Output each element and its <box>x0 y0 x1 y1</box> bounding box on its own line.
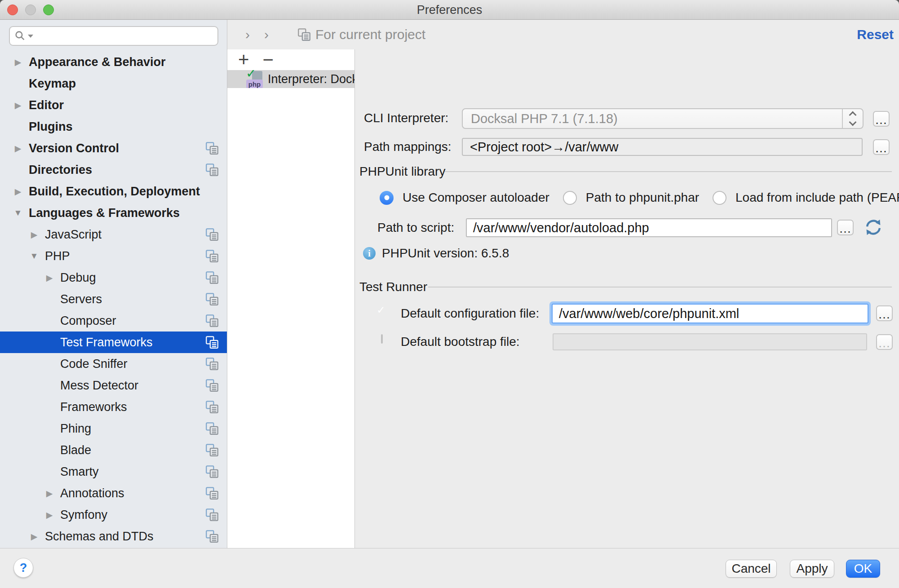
sidebar-item[interactable]: Phing <box>0 418 227 439</box>
per-project-icon <box>205 314 219 327</box>
sidebar-item-label: Languages & Frameworks <box>29 206 180 220</box>
path-mappings-browse-button[interactable]: … <box>873 139 890 155</box>
sidebar-item[interactable]: Build, Execution, Deployment <box>0 181 227 202</box>
cli-interpreter-browse-button[interactable]: … <box>873 111 890 127</box>
per-project-icon <box>205 249 219 263</box>
path-to-script-browse-button[interactable]: … <box>837 220 854 235</box>
settings-search-box[interactable] <box>9 26 218 46</box>
tree-arrow-icon[interactable] <box>13 57 23 67</box>
sidebar-item[interactable]: Annotations <box>0 482 227 504</box>
sidebar-item-label: Servers <box>60 292 102 306</box>
sidebar-item[interactable]: Mess Detector <box>0 375 227 396</box>
per-project-icon <box>205 465 219 478</box>
search-icon[interactable] <box>14 30 26 42</box>
per-project-icon <box>205 271 219 284</box>
sidebar-item[interactable]: Frameworks <box>0 396 227 418</box>
sidebar-item-label: Build, Execution, Deployment <box>29 185 200 199</box>
default-bootstrap-input <box>553 333 867 350</box>
remove-interpreter-button[interactable]: − <box>263 51 274 69</box>
sidebar-item[interactable]: Plugins <box>0 116 227 137</box>
help-button[interactable]: ? <box>13 558 33 578</box>
interpreter-item-label: Interpreter: Dock <box>268 72 354 86</box>
breadcrumb-segment[interactable] <box>257 27 276 43</box>
phpunit-library-section-title: PHPUnit library <box>359 162 445 181</box>
cli-interpreter-combobox[interactable]: Docksal PHP 7.1 (7.1.18) <box>462 108 864 129</box>
radio-icon[interactable] <box>563 191 577 205</box>
sidebar-item[interactable]: Debug <box>0 267 227 288</box>
apply-button[interactable]: Apply <box>790 560 834 578</box>
radio-label: Use Composer autoloader <box>403 190 549 205</box>
tree-arrow-icon[interactable] <box>29 230 40 240</box>
path-to-script-label: Path to script: <box>377 218 454 238</box>
sidebar-item[interactable]: Symfony <box>0 504 227 526</box>
tree-arrow-icon[interactable] <box>29 251 40 261</box>
settings-tree: Appearance & Behavior Keymap Editor <box>0 51 227 547</box>
default-config-browse-button[interactable]: … <box>876 305 893 321</box>
window-title: Preferences <box>0 0 899 20</box>
sidebar-item[interactable]: Schemas and DTDs <box>0 526 227 547</box>
sidebar-item[interactable]: Servers <box>0 288 227 310</box>
interpreter-list-panel: + − php Interpreter: Dock <box>227 49 355 548</box>
sidebar-item[interactable]: Blade <box>0 439 227 461</box>
search-options-caret-icon[interactable] <box>28 35 33 38</box>
sidebar-item[interactable]: Appearance & Behavior <box>0 51 227 73</box>
interpreter-list-item[interactable]: php Interpreter: Dock <box>227 70 354 88</box>
sidebar-item[interactable]: Composer <box>0 310 227 332</box>
sidebar-item[interactable]: Directories <box>0 159 227 181</box>
tree-arrow-icon[interactable] <box>44 273 55 283</box>
close-window-icon[interactable] <box>7 4 18 15</box>
sidebar-item[interactable]: PHP <box>0 245 227 267</box>
sidebar-item-label: Phing <box>60 422 91 436</box>
minimize-window-icon[interactable] <box>25 4 36 15</box>
sidebar-item[interactable]: JavaScript <box>0 224 227 245</box>
tree-arrow-icon[interactable] <box>44 488 55 499</box>
radio-option[interactable]: Path to phpunit.phar <box>563 190 699 205</box>
ok-button[interactable]: OK <box>846 560 880 578</box>
sidebar-item-label: Keymap <box>29 77 76 91</box>
section-divider <box>428 287 892 287</box>
tree-arrow-icon[interactable] <box>13 208 23 218</box>
settings-header: For current project Reset <box>227 20 899 49</box>
search-input[interactable] <box>35 28 217 44</box>
scope-label: For current project <box>315 27 425 42</box>
tree-arrow-icon[interactable] <box>13 143 23 154</box>
cancel-button[interactable]: Cancel <box>726 560 777 578</box>
stepper-down-icon[interactable] <box>849 119 857 126</box>
tree-arrow-icon[interactable] <box>44 510 55 520</box>
radio-option[interactable]: Use Composer autoloader <box>380 190 549 205</box>
preferences-window: Preferences Appearance & Behavior <box>0 0 899 588</box>
reset-link[interactable]: Reset <box>857 20 894 49</box>
per-project-icon <box>205 443 219 457</box>
tree-arrow-icon[interactable] <box>13 186 23 197</box>
combobox-stepper[interactable] <box>842 109 863 128</box>
path-to-script-field[interactable]: /var/www/vendor/autoload.php <box>466 218 832 237</box>
per-project-icon <box>205 163 219 177</box>
default-bootstrap-checkbox[interactable] <box>381 334 383 344</box>
tree-arrow-icon[interactable] <box>29 531 40 542</box>
zoom-window-icon[interactable] <box>43 4 54 15</box>
sidebar-item-label: PHP <box>45 249 70 263</box>
sidebar-item[interactable]: Keymap <box>0 73 227 94</box>
sidebar-item[interactable]: Code Sniffer <box>0 353 227 375</box>
breadcrumb-segment[interactable] <box>238 27 257 43</box>
per-project-icon <box>205 357 219 371</box>
sidebar-item[interactable]: Languages & Frameworks <box>0 202 227 224</box>
radio-icon[interactable] <box>380 191 394 205</box>
dialog-footer: ? Cancel Apply OK <box>0 548 899 588</box>
radio-option[interactable]: Load from include path (PEAR) <box>713 190 899 205</box>
radio-icon[interactable] <box>713 191 726 205</box>
sidebar-item-label: Schemas and DTDs <box>45 530 154 544</box>
per-project-icon <box>205 400 219 414</box>
tree-arrow-icon[interactable] <box>13 100 23 111</box>
add-interpreter-button[interactable]: + <box>238 51 249 69</box>
sidebar-item-label: Frameworks <box>60 400 127 414</box>
sidebar-item[interactable]: Test Frameworks <box>0 332 227 353</box>
reload-phpunit-icon[interactable] <box>864 217 883 237</box>
default-config-input[interactable] <box>552 304 868 323</box>
sidebar-item[interactable]: Smarty <box>0 461 227 482</box>
path-mappings-field[interactable]: <Project root>→/var/www <box>462 138 863 156</box>
scope-indicator: For current project <box>297 27 425 42</box>
sidebar-item[interactable]: Editor <box>0 94 227 116</box>
sidebar-item[interactable]: Version Control <box>0 137 227 159</box>
stepper-up-icon[interactable] <box>849 111 857 119</box>
